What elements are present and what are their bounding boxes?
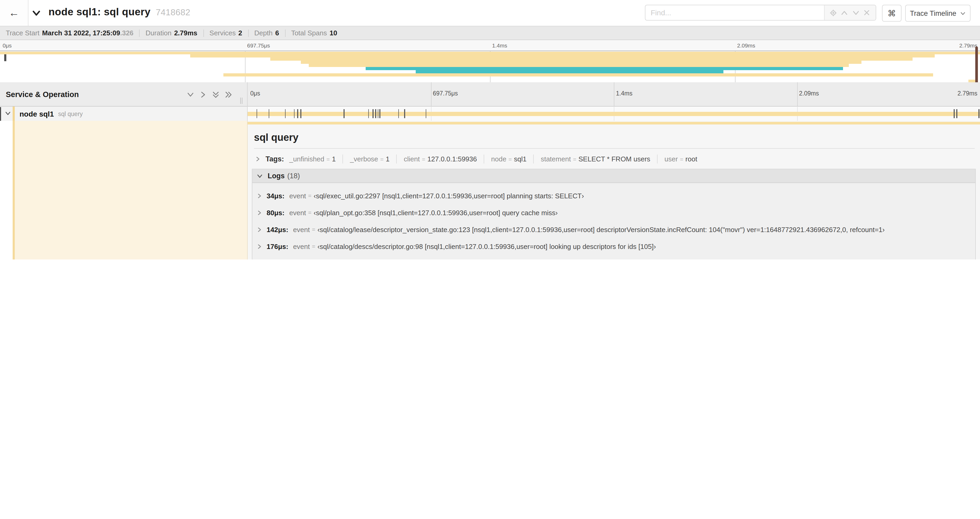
log-row[interactable]: 176μs:event=‹sql/catalog/descs/descripto…	[252, 238, 975, 255]
timeline-gridline	[614, 82, 614, 107]
log-marker[interactable]	[954, 109, 955, 118]
logs-count: (18)	[287, 172, 300, 180]
view-selector-button[interactable]: Trace Timeline	[905, 5, 970, 22]
tag-value: 127.0.0.1:59936	[427, 155, 477, 163]
find-prev-icon[interactable]	[840, 8, 850, 18]
log-timestamp: 34μs:	[267, 192, 285, 200]
log-marker[interactable]	[368, 109, 369, 118]
service-name: node sql1	[19, 109, 54, 118]
log-equals: =	[308, 209, 312, 216]
log-field-key: event	[289, 209, 306, 217]
span-row-label[interactable]: node sql1 sql query	[0, 107, 248, 121]
log-marker[interactable]	[426, 109, 426, 118]
summary-label: Duration	[146, 29, 172, 37]
minimap-tick-labels: 0μs697.75μs1.4ms2.09ms2.79ms	[0, 42, 980, 50]
minimap-span-bar	[301, 61, 861, 64]
locate-span-icon[interactable]	[829, 8, 838, 18]
tag-key: node	[491, 155, 506, 163]
find-input[interactable]	[646, 5, 824, 20]
timeline-tick-label: 697.75μs	[247, 42, 270, 48]
tag-item: statement=SELECT * FROM users	[541, 155, 651, 163]
tag-equals: =	[508, 156, 512, 162]
tag-key: client	[404, 155, 420, 163]
tag-separator	[396, 154, 397, 163]
minimap-span-bar	[190, 54, 935, 58]
collapse-one-icon[interactable]	[186, 91, 194, 98]
summary-label: Trace Start	[6, 29, 40, 37]
timeline-tick-label: 2.09ms	[799, 90, 819, 96]
log-marker[interactable]	[297, 109, 298, 118]
log-marker[interactable]	[978, 109, 979, 118]
service-operation-header: Service & Operation	[0, 82, 248, 107]
trace-timeline-page: ← node sql1: sql query7418682	[0, 0, 980, 260]
summary-value: 6	[275, 29, 279, 37]
expand-one-icon[interactable]	[199, 91, 207, 98]
span-row-timeline[interactable]	[248, 107, 980, 121]
log-expand-icon[interactable]	[256, 210, 262, 216]
service-operation-title: Service & Operation	[6, 90, 79, 99]
log-marker[interactable]	[956, 109, 957, 118]
log-row[interactable]: 34μs:event=‹sql/exec_util.go:2297 [nsql1…	[252, 187, 975, 204]
top-bar: ← node sql1: sql query7418682	[0, 0, 980, 26]
timeline-tick-label: 0μs	[250, 90, 260, 96]
log-field-value: ‹sql/catalog/descs/descriptor.go:98 [nsq…	[317, 242, 656, 250]
minimap-span-bar	[0, 51, 980, 54]
log-marker[interactable]	[285, 109, 286, 118]
find-next-icon[interactable]	[851, 8, 861, 18]
find-ops	[824, 5, 876, 20]
log-field-value: ‹sql/exec_util.go:2297 [nsql1,client=127…	[313, 192, 584, 200]
log-equals: =	[308, 193, 312, 199]
span-detail-title: sql query	[254, 132, 299, 144]
trace-id: 7418682	[156, 7, 190, 17]
view-selector-label: Trace Timeline	[910, 9, 956, 17]
log-marker[interactable]	[256, 109, 258, 118]
back-button[interactable]: ←	[0, 0, 29, 26]
log-expand-icon[interactable]	[256, 243, 262, 249]
log-field-value: ‹sql/catalog/lease/descriptor_version_st…	[317, 259, 887, 260]
logs-collapse-icon[interactable]	[256, 173, 263, 179]
log-marker[interactable]	[375, 109, 376, 118]
minimap-span-bar	[366, 67, 843, 70]
summary-value: March 31 2022, 17:25:09	[42, 29, 120, 37]
log-marker[interactable]	[398, 109, 399, 118]
log-row[interactable]: 189μs:event=‹sql/catalog/lease/descripto…	[252, 255, 975, 260]
summary-value: 2.79ms	[174, 29, 197, 37]
summary-separator-icon	[139, 29, 140, 37]
log-marker[interactable]	[372, 109, 373, 118]
tags-row[interactable]: Tags: _unfinished=1_verbose=1client=127.…	[255, 154, 697, 163]
column-resize-handle[interactable]	[240, 97, 244, 104]
tag-item: _verbose=1	[350, 155, 389, 163]
log-marker[interactable]	[294, 109, 294, 118]
log-marker[interactable]	[377, 109, 378, 118]
log-marker[interactable]	[300, 109, 301, 118]
log-marker[interactable]	[344, 109, 345, 118]
span-duration-bar[interactable]	[248, 112, 980, 116]
collapse-all-icon[interactable]	[212, 91, 220, 98]
log-marker[interactable]	[379, 109, 380, 118]
keyboard-shortcuts-button[interactable]: ⌘	[882, 5, 902, 22]
log-row[interactable]: 80μs:event=‹sql/plan_opt.go:358 [nsql1,c…	[252, 204, 975, 221]
expand-all-icon[interactable]	[224, 91, 232, 98]
timeline-minimap[interactable]	[0, 51, 980, 83]
tag-item: user=root	[664, 155, 697, 163]
log-timestamp: 176μs:	[267, 242, 288, 250]
summary-value: 10	[329, 29, 337, 37]
tag-value: root	[686, 155, 697, 163]
trace-collapse-toggle[interactable]	[32, 8, 41, 20]
vertical-scrollbar-thumb[interactable]	[975, 46, 978, 85]
clear-find-icon[interactable]	[862, 8, 872, 18]
log-expand-icon[interactable]	[256, 193, 262, 199]
log-expand-icon[interactable]	[256, 227, 262, 232]
detail-row-left-panel[interactable]	[15, 121, 248, 260]
log-timestamp: 142μs:	[267, 225, 288, 233]
log-marker[interactable]	[404, 109, 405, 118]
timeline-tick-label: 2.79ms	[958, 90, 977, 96]
log-marker[interactable]	[269, 109, 269, 118]
log-row[interactable]: 142μs:event=‹sql/catalog/lease/descripto…	[252, 221, 975, 238]
span-collapse-icon[interactable]	[5, 109, 11, 118]
logs-header[interactable]: Logs (18)	[252, 169, 975, 183]
tags-expand-icon[interactable]	[255, 156, 261, 162]
tag-equals: =	[680, 156, 683, 162]
summary-separator-icon	[203, 29, 204, 37]
minimap-span-bar	[309, 64, 849, 67]
